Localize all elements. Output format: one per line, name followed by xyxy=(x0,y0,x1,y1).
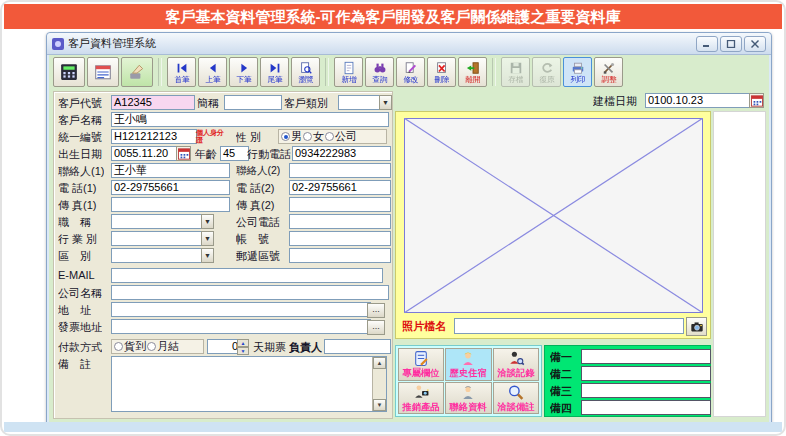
customer-code-field[interactable]: A12345 xyxy=(111,95,195,110)
quick-button-label: 洽談記錄 xyxy=(497,368,534,378)
job-title-dropdown-button[interactable] xyxy=(201,214,214,229)
memo-row: 備四 xyxy=(547,400,708,415)
history-stay-button[interactable]: 歷史住宿 xyxy=(445,348,491,381)
toolbar-new-button[interactable]: 新增 xyxy=(334,57,363,87)
payment-method-label: 付款方式 xyxy=(58,340,102,355)
toolbar-first-button[interactable]: 首筆 xyxy=(167,57,196,87)
short-name-field[interactable] xyxy=(224,95,282,110)
talk-record-icon xyxy=(507,350,525,367)
stepper-down-icon[interactable] xyxy=(237,347,249,355)
age-field[interactable]: 45 xyxy=(220,146,249,161)
toolbar-delete-button[interactable]: 刪除 xyxy=(427,57,456,87)
memo-row: 備三 xyxy=(547,383,708,398)
memo1-field[interactable] xyxy=(581,349,711,364)
toolbar-print-button[interactable]: 列印 xyxy=(563,57,592,87)
toolbar-search-button[interactable]: 查詢 xyxy=(365,57,394,87)
toolbar-tools-button[interactable]: 調整 xyxy=(594,57,623,87)
industry-field[interactable] xyxy=(111,231,206,246)
quick-button-label: 推銷產品 xyxy=(403,401,440,411)
contact2-field[interactable] xyxy=(289,163,391,178)
toolbar-browse-button[interactable]: 瀏覽 xyxy=(291,57,320,87)
toolbar-next-button[interactable]: 下筆 xyxy=(229,57,258,87)
tax-id-field[interactable]: H121212123 xyxy=(111,129,197,144)
contact1-field[interactable]: 王小華 xyxy=(111,163,230,178)
invoice-address-field[interactable] xyxy=(111,319,371,334)
toolbar-last-button[interactable]: 尾筆 xyxy=(260,57,289,87)
toolbar-prev-button[interactable]: 上筆 xyxy=(198,57,227,87)
photo-filename-field[interactable] xyxy=(454,318,684,334)
banner: 客戶基本資料管理系統-可作為客戶開發及客戶關係維護之重要資料庫 xyxy=(4,4,782,29)
maximize-button[interactable] xyxy=(720,36,742,52)
calendar-button[interactable] xyxy=(87,57,119,87)
scroll-down-icon[interactable] xyxy=(373,399,386,411)
company-name-field[interactable] xyxy=(111,285,389,300)
banner-title: 客戶基本資料管理系統-可作為客戶開發及客戶關係維護之重要資料庫 xyxy=(166,8,621,25)
gender-male-radio[interactable] xyxy=(281,132,290,141)
remark-scrollbar[interactable] xyxy=(372,357,386,411)
address-browse-button[interactable]: ... xyxy=(367,303,385,318)
company-phone-label: 公司電話 xyxy=(236,215,280,230)
scroll-up-icon[interactable] xyxy=(373,357,386,369)
memo4-field[interactable] xyxy=(581,400,711,415)
invoice-address-browse-button[interactable]: ... xyxy=(367,320,385,335)
minimize-button[interactable] xyxy=(696,36,718,52)
talk-note-button[interactable]: 洽談備註 xyxy=(493,382,539,415)
photo-browse-button[interactable] xyxy=(686,317,707,336)
payment-monthly-radio[interactable] xyxy=(147,342,156,351)
remark-textarea[interactable] xyxy=(111,356,387,412)
email-field[interactable] xyxy=(111,268,383,283)
fax1-field[interactable] xyxy=(111,197,230,212)
phone1-field[interactable]: 02-29755661 xyxy=(111,180,230,195)
camera-icon xyxy=(690,320,704,333)
stepper-up-icon[interactable] xyxy=(237,339,249,347)
owner-label: 負責人 xyxy=(289,340,322,355)
fax2-label: 傳 真(2) xyxy=(236,198,275,213)
contact-info-button[interactable]: 聯絡資料 xyxy=(445,382,491,415)
promote-product-button[interactable]: 推銷產品 xyxy=(398,382,444,415)
industry-dropdown-button[interactable] xyxy=(201,231,214,246)
created-date-label: 建檔日期 xyxy=(593,94,637,109)
quick-button-label: 聯絡資料 xyxy=(450,401,487,411)
first-record-icon xyxy=(175,61,189,75)
term-days-field[interactable]: 0 xyxy=(207,339,241,354)
exclusive-fields-button[interactable]: 專屬欄位 xyxy=(398,348,444,381)
form-row-name: 客戶名稱 王小鳴 xyxy=(56,112,390,128)
birth-date-calendar-button[interactable] xyxy=(176,146,191,161)
gender-female-radio[interactable] xyxy=(303,132,312,141)
birth-date-field[interactable]: 0055.11.20 xyxy=(111,146,180,161)
memo-row: 備二 xyxy=(547,366,708,381)
company-phone-field[interactable] xyxy=(289,214,391,229)
calendar-picker-icon xyxy=(751,95,763,107)
photo-crossed-box-icon xyxy=(404,118,703,313)
help-button[interactable] xyxy=(121,57,153,87)
job-title-field[interactable] xyxy=(111,214,206,229)
district-dropdown-button[interactable] xyxy=(201,248,214,263)
memo3-field[interactable] xyxy=(581,383,711,398)
talk-record-button[interactable]: 洽談記錄 xyxy=(493,348,539,381)
mobile-field[interactable]: 0934222983 xyxy=(292,146,391,161)
toolbar-exit-button[interactable]: 離開 xyxy=(458,57,487,87)
phone2-field[interactable]: 02-29755661 xyxy=(289,180,391,195)
toolbar-edit-button[interactable]: 修改 xyxy=(396,57,425,87)
toolbar: 首筆 上筆 下筆 尾筆 瀏覽 xyxy=(51,57,623,87)
memo2-field[interactable] xyxy=(581,366,711,381)
fax2-field[interactable] xyxy=(289,197,391,212)
payment-cod-radio[interactable] xyxy=(114,342,123,351)
account-field[interactable] xyxy=(289,231,391,246)
district-field[interactable] xyxy=(111,248,206,263)
address-field[interactable] xyxy=(111,302,371,317)
close-button[interactable] xyxy=(744,36,766,52)
calendar-picker-icon xyxy=(178,148,190,160)
prev-record-icon xyxy=(206,61,220,75)
customer-type-dropdown-button[interactable] xyxy=(379,95,392,110)
gender-company-radio[interactable] xyxy=(325,132,334,141)
zip-field[interactable] xyxy=(289,248,391,263)
window-title: 客戶資料管理系統 xyxy=(68,36,156,51)
calculator-button[interactable] xyxy=(53,57,85,87)
owner-field[interactable] xyxy=(324,339,391,354)
created-date-calendar-button[interactable] xyxy=(749,93,764,108)
customer-name-field[interactable]: 王小鳴 xyxy=(111,112,389,127)
customer-type-field[interactable] xyxy=(338,95,384,110)
exclusive-fields-icon xyxy=(412,350,430,367)
created-date-field[interactable]: 0100.10.23 xyxy=(645,93,751,108)
